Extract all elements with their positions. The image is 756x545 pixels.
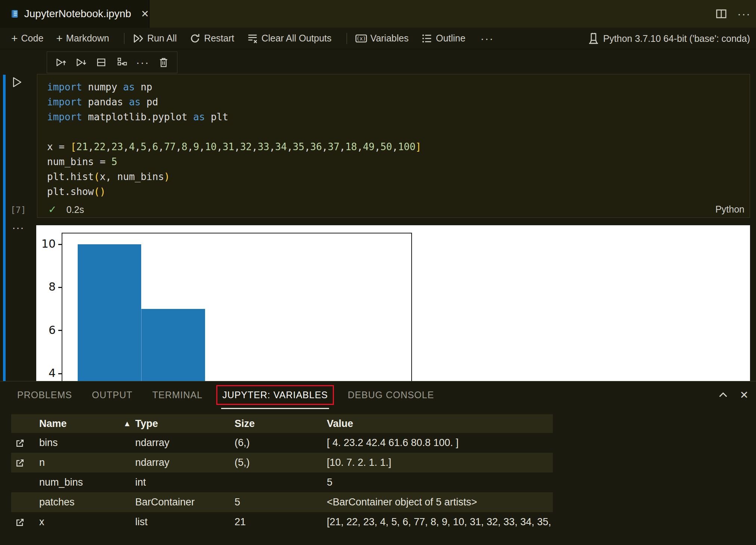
maximize-panel-chevron-icon[interactable] [718,389,729,400]
clear-all-outputs-icon [247,33,258,44]
split-editor-icon[interactable] [716,8,727,19]
table-row-bins[interactable]: bins ndarray (6,) [ 4. 23.2 42.4 61.6 80… [11,433,553,453]
var-name: patches [39,492,75,512]
plus-icon: + [11,34,18,43]
var-value: [21, 22, 23, 4, 5, 6, 77, 8, 9, 10, 31, … [327,512,551,532]
header-size[interactable]: Size [235,414,255,433]
var-size: 5 [235,492,240,512]
delete-cell-button[interactable] [158,57,169,68]
run-cell-button[interactable] [12,76,22,88]
python-interpreter-icon [588,32,599,44]
variables-button[interactable]: (x) Variables [355,33,409,44]
execute-cell-and-below-button[interactable] [75,57,87,68]
open-in-data-viewer-icon[interactable] [15,458,25,468]
var-name: x [39,512,44,532]
run-by-line-button[interactable] [116,57,127,68]
sort-ascending-icon: ▲ [123,414,131,433]
header-type[interactable]: Type [135,414,158,433]
restart-button[interactable]: Restart [189,33,234,44]
y-tick-label: 8 [38,280,56,293]
code-cell: import numpy as npimport pandas as pdimp… [37,74,750,218]
notebook-file-icon [11,8,18,20]
variables-table-header: Name ▲ Type Size Value [11,414,553,433]
variables-table: Name ▲ Type Size Value bins ndarray (6,)… [11,414,553,532]
var-value: [10. 7. 2. 1. 1.] [327,453,551,473]
var-type: int [135,473,146,492]
open-in-data-viewer-icon[interactable] [15,438,25,448]
tab-jupyternotebook[interactable]: JupyterNotebook.ipynb ✕ [0,0,149,28]
kernel-picker[interactable]: Python 3.7.10 64-bit ('base': conda) [588,28,750,49]
table-row-num-bins[interactable]: num_bins int 5 [11,473,553,492]
var-type: list [135,512,148,532]
run-all-icon [133,33,144,44]
cell-toolbar: ··· [47,52,177,73]
panel-tab-problems[interactable]: PROBLEMS [17,390,72,400]
run-all-label: Run All [147,33,177,44]
var-size: 21 [235,512,246,532]
cell-more-actions-icon[interactable]: ··· [136,59,149,66]
output-more-actions-icon[interactable]: ··· [12,221,24,234]
table-row-n[interactable]: n ndarray (5,) [10. 7. 2. 1. 1.] [11,453,553,473]
add-markdown-cell-button[interactable]: + Markdown [56,33,109,44]
y-tick-mark [58,244,62,245]
kernel-label: Python 3.7.10 64-bit ('base': conda) [603,33,750,44]
open-in-data-viewer-icon[interactable] [15,517,25,527]
svg-text:(x): (x) [356,35,366,41]
var-value: <BarContainer object of 5 artists> [327,492,551,512]
header-value[interactable]: Value [327,414,551,433]
code-line: x = [21,22,23,4,5,6,77,8,9,10,31,32,33,3… [47,139,421,154]
cell-language-picker[interactable]: Python [715,204,744,215]
var-name: num_bins [39,473,83,492]
code-line: num_bins = 5 [47,154,421,169]
table-row-patches[interactable]: patches BarContainer 5 <BarContainer obj… [11,492,553,512]
split-cell-button[interactable] [96,57,107,68]
histogram-bar [141,309,205,381]
clear-all-outputs-label: Clear All Outputs [261,33,332,44]
add-code-cell-button[interactable]: + Code [11,33,43,44]
panel-tab-debug-console[interactable]: DEBUG CONSOLE [348,390,434,400]
var-size: (6,) [235,433,250,453]
histogram-bar [78,244,141,381]
y-tick-label: 6 [38,323,56,337]
code-line: import pandas as pd [47,95,421,109]
clear-all-outputs-button[interactable]: Clear All Outputs [247,33,332,44]
code-line: import matplotlib.pyplot as plt [47,109,421,124]
editor-tab-bar: JupyterNotebook.ipynb ✕ ··· [0,0,756,28]
success-check-icon: ✓ [48,204,57,216]
restart-icon [189,33,201,44]
panel-tab-jupyter-variables[interactable]: JUPYTER: VARIABLES [222,390,328,400]
y-tick-mark [58,373,62,374]
close-panel-icon[interactable]: ✕ [740,389,749,401]
header-name[interactable]: Name [39,414,67,433]
execute-above-cells-button[interactable] [55,57,66,68]
editor-actions: ··· [716,0,751,28]
panel-tab-bar: PROBLEMS OUTPUT TERMINAL JUPYTER: VARIAB… [17,381,434,408]
bottom-panel: PROBLEMS OUTPUT TERMINAL JUPYTER: VARIAB… [0,381,756,545]
cell-output-histogram: 10864 [36,225,750,381]
toolbar-more-actions-icon[interactable]: ··· [480,35,494,42]
var-value: 5 [327,473,551,492]
var-name: n [39,453,45,473]
var-type: BarContainer [135,492,195,512]
panel-tab-terminal[interactable]: TERMINAL [152,390,202,400]
editor-more-actions-icon[interactable]: ··· [737,10,751,18]
vscode-window: JupyterNotebook.ipynb ✕ ··· + Code + Mar… [0,0,756,545]
outline-button[interactable]: Outline [421,33,465,44]
code-editor[interactable]: import numpy as npimport pandas as pdimp… [47,80,421,199]
var-size: (5,) [235,453,250,473]
run-all-button[interactable]: Run All [133,33,177,44]
table-row-x[interactable]: x list 21 [21, 22, 23, 4, 5, 6, 77, 8, 9… [11,512,553,532]
outline-icon [421,33,433,44]
panel-tab-output[interactable]: OUTPUT [92,390,133,400]
add-markdown-label: Markdown [66,33,109,44]
y-tick-label: 10 [38,237,56,250]
tab-close-icon[interactable]: ✕ [141,9,149,19]
code-line: plt.hist(x, num_bins) [47,169,421,184]
cell-focus-indicator [3,75,6,381]
annotation-highlight-box: JUPYTER: VARIABLES [216,385,334,405]
y-tick-label: 4 [38,366,56,380]
add-code-label: Code [21,33,44,44]
execution-time: 0.2s [66,204,84,215]
variables-icon: (x) [355,33,367,44]
code-line: import numpy as np [47,80,421,95]
